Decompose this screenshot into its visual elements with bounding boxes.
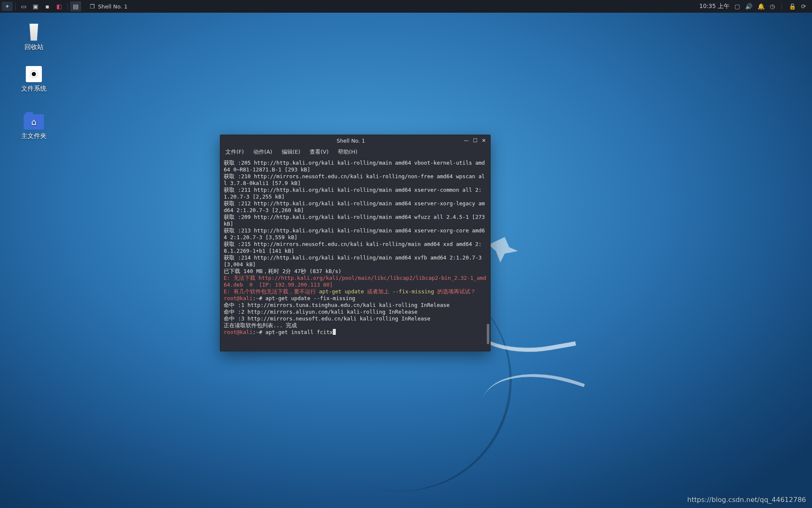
desktop-trash-label: 回收站 (13, 43, 55, 51)
term-line: 获取 :212 http://http.kali.org/kali kali-r… (224, 200, 485, 213)
terminal-menubar: 文件(F) 动作(A) 编辑(E) 查看(V) 帮助(H) (220, 146, 490, 158)
clock[interactable]: 10:35 上午 (700, 3, 730, 10)
menu-help[interactable]: 帮助(H) (338, 148, 357, 156)
terminal-title: Shell No. 1 (242, 138, 459, 144)
task-active-icon[interactable]: ▤ (70, 1, 81, 11)
desktop-trash[interactable]: 回收站 (13, 21, 55, 51)
prompt-user: root@kali (224, 295, 252, 301)
app-launcher-icon[interactable]: ◧ (54, 2, 65, 11)
home-folder-icon (24, 114, 44, 130)
filesystem-icon (26, 66, 42, 82)
term-line: 获取 :215 http://mirrors.neusoft.edu.cn/ka… (224, 241, 482, 254)
terminal-body[interactable]: 获取 :205 http://http.kali.org/kali kali-r… (220, 158, 490, 351)
trash-icon (27, 24, 41, 41)
minimize-button[interactable]: — (464, 138, 469, 144)
term-hint: apt-get update (319, 288, 364, 295)
tray-separator (782, 3, 782, 10)
terminal-icon: ❐ (90, 3, 95, 10)
menu-edit[interactable]: 编辑(E) (282, 148, 300, 156)
prompt-cmd: # apt-get install fcitx (259, 329, 332, 335)
menu-actions[interactable]: 动作(A) (253, 148, 272, 156)
term-line: 已下载 140 MB，耗时 2分 47秒 (837 kB/s) (224, 268, 341, 274)
term-line: 命中 :2 http://mirrors.aliyun.com/kali kal… (224, 309, 417, 315)
desktop-home[interactable]: 主文件夹 (13, 111, 55, 140)
wallpaper-decoration (481, 355, 585, 432)
notification-icon[interactable]: 🔔 (757, 3, 765, 10)
close-button[interactable]: ✕ (482, 138, 486, 144)
top-panel: ✦ ▭ ▣ ▪ ◧ ▤ ❐ Shell No. 1 10:35 上午 ▢ 🔊 🔔… (0, 0, 812, 13)
display-icon[interactable]: ▢ (735, 3, 740, 10)
desktop-filesystem-label: 文件系统 (13, 85, 55, 93)
term-hint: --fix-missing (392, 288, 434, 295)
desktop-home-label: 主文件夹 (13, 132, 55, 140)
term-line-error: E: 有几个软件包无法下载，要不运行 (224, 288, 319, 295)
menu-file[interactable]: 文件(F) (225, 148, 244, 156)
term-line: 获取 :213 http://http.kali.org/kali kali-r… (224, 227, 485, 240)
term-line: 获取 :214 http://http.kali.org/kali kali-r… (224, 254, 485, 268)
term-line-error: E: 无法下载 http://http.kali.org/kali/pool/m… (224, 275, 486, 288)
maximize-button[interactable]: ☐ (473, 138, 477, 144)
panel-launchers: ✦ ▭ ▣ ▪ ◧ ▤ (0, 1, 81, 11)
term-line: 获取 :205 http://http.kali.org/kali kali-r… (224, 160, 485, 173)
term-line: 正在读取软件包列表... 完成 (224, 322, 297, 329)
term-line-error: 或者加上 (364, 288, 392, 295)
kali-menu-icon[interactable]: ✦ (2, 2, 13, 11)
prompt-cmd: # apt-get update --fix-missing (259, 295, 355, 301)
window-buttons: — ☐ ✕ (459, 138, 490, 144)
logout-icon[interactable]: ⟳ (801, 3, 806, 10)
wallpaper-decoration (488, 237, 518, 262)
term-line-error: 的选项再试试？ (434, 288, 476, 295)
prompt-sep: : (252, 329, 256, 335)
system-tray: 10:35 上午 ▢ 🔊 🔔 ◷ 🔒 ⟳ (700, 3, 812, 10)
prompt-user: root@kali (224, 329, 252, 335)
terminal-cursor (333, 329, 336, 335)
terminal-window[interactable]: Shell No. 1 — ☐ ✕ 文件(F) 动作(A) 编辑(E) 查看(V… (220, 135, 491, 351)
watermark: https://blog.csdn.net/qq_44612786 (687, 496, 806, 504)
panel-separator (67, 3, 68, 10)
taskbar-title: Shell No. 1 (98, 3, 128, 10)
prompt-sep: : (252, 295, 256, 301)
show-desktop-icon[interactable]: ▭ (18, 2, 29, 11)
term-line: 命中 :1 http://mirrors.tuna.tsinghua.edu.c… (224, 302, 450, 308)
term-line: 获取 :211 http://http.kali.org/kali kali-r… (224, 187, 482, 200)
lock-icon[interactable]: 🔒 (789, 3, 796, 10)
panel-separator (15, 3, 16, 10)
file-manager-icon[interactable]: ▣ (30, 2, 41, 11)
volume-icon[interactable]: 🔊 (745, 3, 752, 10)
taskbar-entry[interactable]: ❐ Shell No. 1 (86, 1, 138, 11)
terminal-launcher-icon[interactable]: ▪ (42, 2, 53, 11)
term-line: 命中 :3 http://mirrors.neusoft.edu.cn/kali… (224, 315, 431, 322)
desktop-filesystem[interactable]: 文件系统 (13, 66, 55, 93)
terminal-titlebar[interactable]: Shell No. 1 — ☐ ✕ (220, 135, 490, 146)
term-line: 获取 :210 http://mirrors.neusoft.edu.cn/ka… (224, 173, 485, 186)
scrollbar-thumb[interactable] (487, 324, 489, 344)
term-line: 获取 :209 http://http.kali.org/kali kali-r… (224, 214, 488, 227)
power-icon[interactable]: ◷ (770, 3, 775, 10)
menu-view[interactable]: 查看(V) (310, 148, 329, 156)
